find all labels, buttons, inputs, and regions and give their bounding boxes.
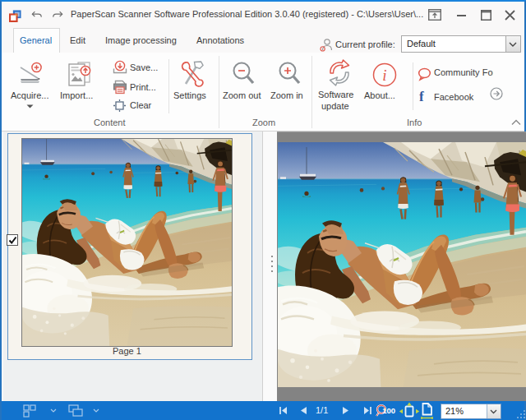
svg-text:i: i [382, 67, 386, 84]
svg-text:100: 100 [382, 406, 395, 415]
